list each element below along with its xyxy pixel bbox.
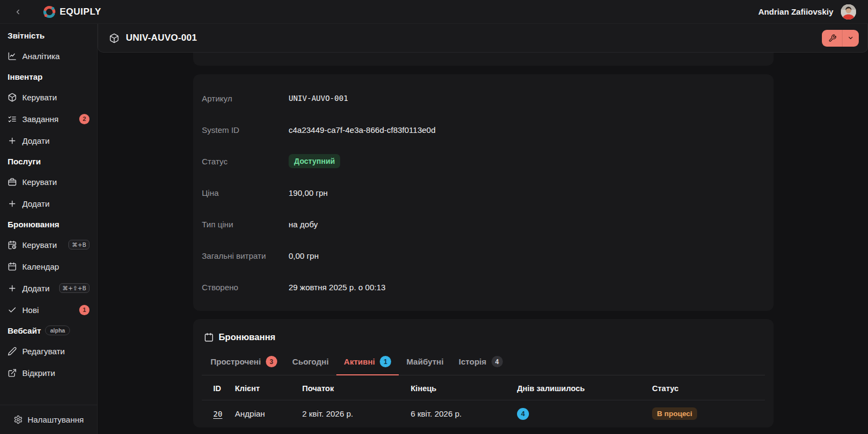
sidebar-nav: Звітність Аналітика Інвентар Керувати — [0, 24, 97, 405]
chevron-down-icon[interactable] — [843, 30, 859, 47]
cube-icon — [8, 93, 17, 102]
content-scroll[interactable]: Артикул UNIV-AUVO-001 System ID c4a23449… — [98, 53, 868, 434]
field-row-sku: Артикул UNIV-AUVO-001 — [202, 82, 765, 114]
tab-today[interactable]: Сьогодні — [285, 350, 336, 375]
avatar[interactable] — [841, 4, 856, 20]
pencil-icon — [8, 347, 17, 356]
actions-split-button[interactable] — [822, 30, 859, 47]
booking-end-date: 6 квіт. 2026 р. — [406, 400, 513, 428]
booking-start-date: 2 квіт. 2026 р. — [298, 400, 406, 428]
sidebar-item-services-add[interactable]: Додати — [8, 196, 90, 210]
topbar-right: Andrian Zafiiovskiy — [758, 4, 856, 20]
field-label: Створено — [202, 283, 289, 292]
section-title-bookings: Бронювання — [8, 218, 90, 230]
field-label: System ID — [202, 125, 289, 135]
bookings-tabs: Прострочені 3 Сьогодні Активні 1 Майбутн… — [202, 350, 765, 375]
col-header-id: ID — [202, 375, 231, 400]
layout: Звітність Аналітика Інвентар Керувати — [0, 24, 868, 434]
sidebar-item-label: Додати — [22, 284, 54, 293]
tasks-icon — [8, 114, 17, 124]
booking-id-link[interactable]: 20 — [213, 410, 222, 418]
bookings-table: ID Клієнт Початок Кінець Днів залишилось… — [202, 375, 765, 427]
section-title-reports: Звітність — [8, 29, 90, 41]
bookings-header: Бронювання — [202, 332, 765, 342]
topbar: EQUIPLY Andrian Zafiiovskiy — [0, 0, 868, 24]
main-area: UNIV-AUVO-001 — [98, 24, 868, 434]
sidebar-item-tasks[interactable]: Завдання 2 — [8, 112, 90, 126]
tab-active[interactable]: Активні 1 — [336, 350, 399, 375]
tab-history-count: 4 — [492, 356, 503, 367]
sidebar-item-analytics[interactable]: Аналітика — [8, 49, 90, 63]
tab-overdue[interactable]: Прострочені 3 — [203, 350, 285, 375]
tab-overdue-count: 3 — [266, 356, 277, 367]
field-label: Статус — [202, 157, 289, 166]
sidebar-item-services-manage[interactable]: Керувати — [8, 175, 90, 189]
field-label: Загальні витрати — [202, 251, 289, 260]
field-row-created: Створено 29 жовтня 2025 р. о 00:13 — [202, 271, 765, 303]
sidebar-item-website-edit[interactable]: Редагувати — [8, 344, 90, 358]
field-value-created: 29 жовтня 2025 р. о 00:13 — [289, 283, 386, 292]
col-header-start: Початок — [298, 375, 406, 400]
field-value-price: 190,00 грн — [289, 188, 328, 197]
field-label: Артикул — [202, 94, 289, 103]
package-icon — [109, 33, 119, 43]
col-header-client: Клієнт — [231, 375, 298, 400]
sidebar-item-label: Нові — [22, 305, 74, 315]
back-button[interactable] — [12, 6, 24, 18]
col-header-days-left: Днів залишилось — [513, 375, 648, 400]
shortcut-hint: ⌘+B — [68, 240, 90, 250]
tab-future[interactable]: Майбутні — [399, 350, 451, 375]
sidebar-item-label: Завдання — [22, 114, 74, 124]
tab-active-count: 1 — [380, 356, 391, 367]
sidebar: Звітність Аналітика Інвентар Керувати — [0, 24, 98, 434]
details-card: Артикул UNIV-AUVO-001 System ID c4a23449… — [193, 74, 774, 311]
sidebar-item-label: Редагувати — [22, 347, 90, 356]
brand-name: EQUIPLY — [60, 7, 101, 17]
page-header: UNIV-AUVO-001 — [98, 24, 868, 53]
plus-icon — [8, 136, 17, 145]
new-bookings-count-badge: 1 — [79, 305, 90, 315]
sidebar-item-website-open[interactable]: Відкрити — [8, 366, 90, 380]
table-header-row: ID Клієнт Початок Кінець Днів залишилось… — [202, 375, 765, 400]
tab-history[interactable]: Історія 4 — [451, 350, 510, 375]
sidebar-item-bookings-add[interactable]: Додати ⌘+⇧+B — [8, 281, 90, 295]
settings-label: Налаштування — [28, 415, 84, 424]
booking-client: Андріан — [231, 400, 298, 428]
field-value-sku: UNIV-AUVO-001 — [289, 94, 348, 103]
field-row-total-costs: Загальні витрати 0,00 грн — [202, 240, 765, 271]
booking-status-badge: В процесі — [652, 407, 697, 420]
table-row: 20 Андріан 2 квіт. 2026 р. 6 квіт. 2026 … — [202, 400, 765, 428]
sidebar-item-bookings-manage[interactable]: Керувати ⌘+B — [8, 238, 90, 252]
sidebar-item-inventory-manage[interactable]: Керувати — [8, 90, 90, 104]
col-header-status: Статус — [648, 375, 765, 400]
calendar-clock-icon — [8, 240, 17, 250]
sidebar-item-label: Календар — [22, 262, 90, 271]
sidebar-item-settings[interactable]: Налаштування — [0, 405, 97, 434]
section-title-website: Вебсайт alpha — [8, 324, 90, 336]
sidebar-item-label: Відкрити — [22, 368, 90, 378]
field-value-price-type: на добу — [289, 220, 318, 229]
external-link-icon — [8, 368, 17, 378]
header-actions — [822, 30, 859, 47]
section-title-services: Послуги — [8, 155, 90, 167]
sidebar-item-calendar[interactable]: Календар — [8, 259, 90, 273]
check-icon — [8, 305, 17, 315]
section-title-inventory: Інвентар — [8, 71, 90, 82]
field-value-total-costs: 0,00 грн — [289, 251, 318, 260]
plus-icon — [8, 199, 17, 208]
chevron-left-icon — [14, 8, 22, 16]
app-window: EQUIPLY Andrian Zafiiovskiy Звітність — [0, 0, 868, 434]
field-label: Тип ціни — [202, 220, 289, 229]
previous-card-edge — [193, 53, 774, 66]
bookings-title: Бронювання — [219, 332, 276, 342]
shortcut-hint: ⌘+⇧+B — [59, 283, 90, 293]
sidebar-item-inventory-add[interactable]: Додати — [8, 133, 90, 148]
page-title: UNIV-AUVO-001 — [126, 33, 197, 43]
field-row-system-id: System ID c4a23449-ca7f-4e3a-866d-cf83f0… — [202, 114, 765, 145]
status-badge: Доступний — [289, 154, 340, 168]
brand-logo[interactable]: EQUIPLY — [42, 5, 101, 19]
days-left-badge: 4 — [517, 408, 529, 420]
wrench-icon[interactable] — [822, 30, 842, 47]
sidebar-item-new-bookings[interactable]: Нові 1 — [8, 303, 90, 317]
analytics-icon — [8, 52, 17, 61]
